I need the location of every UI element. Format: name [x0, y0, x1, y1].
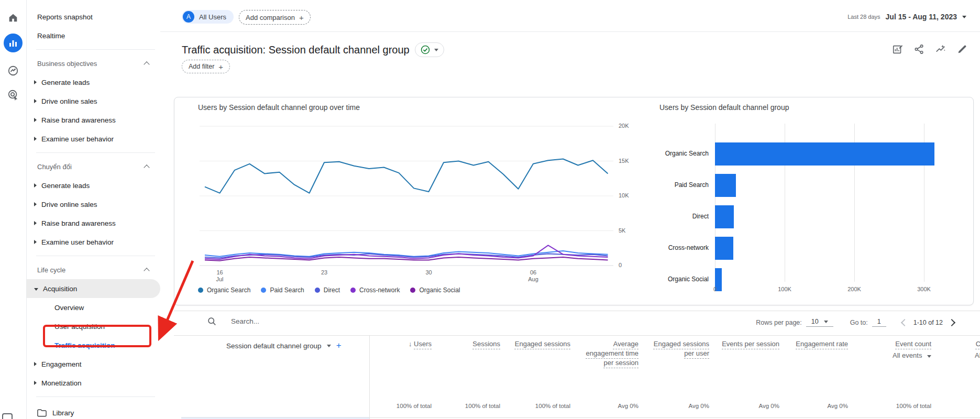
sidebar-item-label: Engagement [41, 360, 82, 368]
sidebar-item-examine-user-behavior[interactable]: Examine user behavior [27, 233, 160, 251]
y-axis-tick-label: 0 [619, 262, 640, 268]
insights-icon[interactable] [934, 43, 947, 56]
tree-collapsed-icon[interactable] [34, 240, 37, 244]
add-filter-label: Add filter [189, 63, 214, 70]
metric-selector-value: All events [893, 351, 924, 359]
sidebar-item-examine-user-behavior[interactable]: Examine user behavior [27, 129, 160, 148]
collapse-chevron-icon[interactable] [144, 61, 149, 67]
sidebar-item-label: Chuyển đổi [37, 163, 72, 171]
sidebar-item-library[interactable]: Library [27, 403, 160, 419]
legend-label: Paid Search [270, 286, 304, 294]
column-header-users[interactable]: ↓ Users [368, 339, 432, 349]
reports-icon[interactable] [4, 34, 23, 52]
previous-page-icon[interactable] [901, 318, 908, 326]
summary-cell: Avg 0% [784, 403, 848, 409]
sidebar-item-engagement[interactable]: Engagement [27, 355, 160, 373]
tree-collapsed-icon[interactable] [34, 118, 37, 122]
sidebar-item-generate-leads[interactable]: Generate leads [27, 73, 160, 92]
home-icon[interactable] [4, 8, 23, 27]
tree-collapsed-icon[interactable] [34, 99, 37, 103]
sidebar-item-drive-online-sales[interactable]: Drive online sales [27, 92, 160, 111]
rows-per-page-select[interactable]: 10 [806, 318, 833, 327]
tree-collapsed-icon[interactable] [34, 202, 37, 206]
metric-selector[interactable]: All events [867, 351, 931, 360]
audience-avatar: A [183, 11, 194, 23]
date-preset-label: Last 28 days [847, 14, 880, 20]
report-status-badge[interactable] [415, 42, 444, 57]
legend-dot-icon [315, 288, 320, 293]
share-icon[interactable] [913, 43, 926, 56]
column-header-event-count[interactable]: Event countAll events [867, 339, 931, 360]
advertising-icon[interactable] [4, 85, 23, 104]
add-comparison-label: Add comparison [246, 14, 295, 21]
sidebar-item-monetization[interactable]: Monetization [27, 373, 160, 392]
sidebar-item-drive-online-sales[interactable]: Drive online sales [27, 195, 160, 214]
legend-item: Organic Search [198, 286, 250, 294]
column-header-average-engagement-time-per-session[interactable]: Average engagement time per session [575, 339, 638, 368]
sidebar-item-overview[interactable]: Overview [27, 298, 160, 317]
sidebar-item-label: Acquisition [43, 285, 77, 293]
tree-collapsed-icon[interactable] [34, 80, 37, 84]
explore-icon[interactable] [4, 61, 23, 80]
dimension-header[interactable]: Session default channel group + [226, 340, 342, 351]
audience-chip[interactable]: A All Users [182, 10, 234, 24]
add-dimension-icon[interactable]: + [336, 340, 342, 351]
sidebar-section-header[interactable]: Business objectives [27, 54, 160, 73]
sidebar-item-reports-snapshot[interactable]: Reports snapshot [27, 7, 160, 26]
date-range-value: Jul 15 - Aug 11, 2023 [886, 13, 957, 21]
sidebar-item-label: Business objectives [37, 60, 97, 68]
metric-selector[interactable]: All events [950, 351, 980, 360]
table-search-input[interactable] [230, 317, 389, 326]
y-axis-tick-label: 15K [619, 158, 640, 164]
sidebar-item-traffic-acquisition[interactable]: Traffic acquisition [27, 336, 160, 355]
sidebar-section-header[interactable]: Chuyển đổi [27, 157, 160, 176]
sidebar-item-label: Drive online sales [41, 201, 97, 208]
sidebar-item-raise-brand-awareness[interactable]: Raise brand awareness [27, 111, 160, 129]
goto-page-value: 1 [877, 318, 881, 325]
sidebar-divider [36, 396, 155, 397]
add-filter-button[interactable]: Add filter + [182, 60, 230, 73]
sidebar-item-label: Overview [54, 304, 84, 312]
sidebar-item-user-acquisition[interactable]: User acquisition [27, 317, 160, 336]
collapse-chevron-icon[interactable] [144, 164, 149, 170]
reports-sidebar: Reports snapshotRealtimeBusiness objecti… [26, 0, 160, 419]
tree-collapsed-icon[interactable] [34, 183, 37, 188]
customize-report-icon[interactable] [891, 43, 904, 56]
bar-chart [715, 124, 973, 282]
legend-item: Organic Social [410, 286, 460, 294]
sidebar-item-realtime[interactable]: Realtime [27, 26, 160, 45]
tree-collapsed-icon[interactable] [34, 362, 37, 366]
sidebar-section-header[interactable]: Life cycle [27, 260, 160, 279]
tree-expanded-icon[interactable] [34, 288, 38, 291]
legend-dot-icon [350, 288, 356, 293]
summary-cell: Avg 0% [575, 403, 638, 409]
goto-page-input[interactable]: 1 [872, 318, 886, 327]
x-axis-tick-label: 200K [841, 286, 867, 292]
sidebar-item-label: Reports snapshot [37, 13, 93, 21]
tree-collapsed-icon[interactable] [34, 381, 37, 385]
edit-icon[interactable] [956, 43, 968, 56]
column-header-label: Engaged sessions per user [654, 340, 709, 357]
column-header-conversions[interactable]: ConversionsAll events [950, 339, 980, 360]
column-header-events-per-session[interactable]: Events per session [715, 339, 779, 349]
metric-selector-value: All events [975, 351, 980, 359]
sidebar-item-acquisition[interactable]: Acquisition [27, 279, 160, 298]
page-title: Traffic acquisition: Session default cha… [182, 44, 410, 56]
date-range-picker[interactable]: Last 28 days Jul 15 - Aug 11, 2023 [847, 13, 966, 21]
x-axis-tick-label: 16 Jul [208, 269, 232, 283]
column-header-engaged-sessions-per-user[interactable]: Engaged sessions per user [645, 339, 709, 358]
sidebar-item-raise-brand-awareness[interactable]: Raise brand awareness [27, 214, 160, 233]
tree-collapsed-icon[interactable] [34, 221, 37, 225]
goto-label: Go to: [850, 319, 868, 326]
tree-collapsed-icon[interactable] [34, 137, 37, 141]
sidebar-item-generate-leads[interactable]: Generate leads [27, 176, 160, 195]
add-comparison-button[interactable]: Add comparison + [239, 10, 311, 25]
sort-descending-icon[interactable]: ↓ [409, 340, 414, 348]
column-header-sessions[interactable]: Sessions [436, 339, 500, 349]
main-content: A All Users Add comparison + Last 28 day… [160, 0, 980, 419]
next-page-icon[interactable] [948, 318, 955, 326]
header-divider [160, 31, 980, 32]
column-header-engaged-sessions[interactable]: Engaged sessions [506, 339, 570, 349]
collapse-chevron-icon[interactable] [144, 268, 149, 273]
column-header-engagement-rate[interactable]: Engagement rate [784, 339, 848, 349]
